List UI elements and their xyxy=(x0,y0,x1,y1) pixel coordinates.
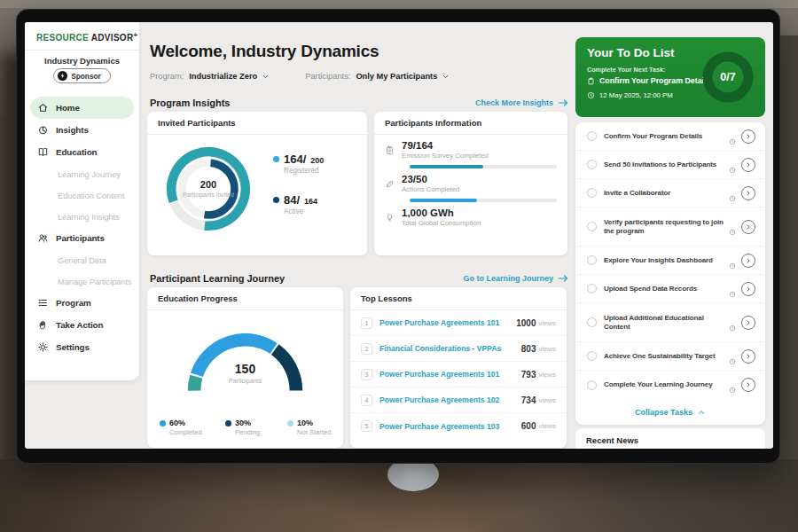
task-label: Verify participants requesting to join t… xyxy=(604,218,725,235)
task-label: Invite a Collaborator xyxy=(604,189,725,198)
task-checkbox[interactable] xyxy=(587,380,597,390)
logo-primary: RESOURCE xyxy=(36,33,89,43)
sidebar-item-program[interactable]: Program xyxy=(25,292,139,314)
program-filter-label: Program: xyxy=(150,72,184,81)
lesson-row: 4 Power Purchase Agreements 102 734 view… xyxy=(350,387,567,413)
lesson-title-link[interactable]: Power Purchase Agreements 102 xyxy=(379,395,521,404)
task-label: Send 50 Invitations to Participants xyxy=(604,160,725,169)
task-checkbox[interactable] xyxy=(587,188,597,198)
task-row[interactable]: Confirm Your Program Details xyxy=(577,122,763,151)
task-row[interactable]: Achieve One Sustainability Target xyxy=(577,342,763,371)
task-open-button[interactable] xyxy=(741,186,755,200)
legend-dot-completed xyxy=(160,420,166,426)
lesson-views: 600 xyxy=(521,421,536,431)
participants-dropdown[interactable]: Only My Participants xyxy=(356,72,450,81)
global-consumption-label: Total Global Consumption xyxy=(402,219,481,227)
lesson-views-suffix: views xyxy=(539,422,557,430)
task-label: Confirm Your Program Details xyxy=(604,132,725,141)
task-checkbox[interactable] xyxy=(587,160,597,169)
todo-hero-panel: Your To Do List Complete Your Next Task:… xyxy=(575,37,765,117)
sidebar-item-education-content[interactable]: Education Content xyxy=(25,184,139,206)
top-lessons-card: Top Lessons 1 Power Purchase Agreements … xyxy=(350,287,567,448)
task-row[interactable]: Upload Spend Data Records xyxy=(577,275,763,303)
lesson-title-link[interactable]: Financial Considerations - VPPAs xyxy=(379,344,521,353)
sidebar-item-label: Participants xyxy=(56,233,105,243)
task-row[interactable]: Send 50 Invitations to Participants xyxy=(577,151,763,179)
lesson-rank: 5 xyxy=(361,420,372,432)
app-logo: RESOURCE ADVISOR+ xyxy=(36,31,137,43)
logo-secondary: ADVISOR xyxy=(91,33,134,43)
task-checkbox[interactable] xyxy=(587,284,597,293)
sidebar-item-label: Learning Journey xyxy=(58,169,121,179)
lesson-row: 2 Financial Considerations - VPPAs 803 v… xyxy=(350,336,567,362)
task-open-button[interactable] xyxy=(741,220,755,234)
lesson-title-link[interactable]: Power Purchase Agreements 101 xyxy=(379,370,521,379)
task-open-button[interactable] xyxy=(741,349,755,364)
task-checkbox[interactable] xyxy=(587,317,597,327)
sidebar-item-participants[interactable]: Participants xyxy=(25,227,139,249)
sidebar-item-label: Program xyxy=(56,298,91,308)
program-dropdown[interactable]: Industrialize Zero xyxy=(189,72,270,81)
lesson-title-link[interactable]: Power Purchase Agreements 103 xyxy=(379,422,521,431)
top-lessons-card-title: Top Lessons xyxy=(350,287,567,310)
recent-news-title: Recent News xyxy=(586,435,755,449)
sidebar-item-take-action[interactable]: Take Action xyxy=(25,314,139,336)
participants-information-card-title: Participants Information xyxy=(374,112,567,135)
clipboard-icon xyxy=(587,77,595,85)
education-progress-card-title: Education Progress xyxy=(147,287,343,310)
sidebar-item-general-data[interactable]: General Data xyxy=(25,249,139,270)
stat-actions-completed: 23/50 Actions Completed xyxy=(385,174,459,193)
home-icon xyxy=(37,102,49,113)
education-book-icon xyxy=(37,146,49,158)
task-row[interactable]: Explore Your Insights Dashboard xyxy=(577,246,763,275)
task-checkbox[interactable] xyxy=(587,222,597,231)
lesson-views-suffix: views xyxy=(539,319,557,327)
task-open-button[interactable] xyxy=(741,129,755,144)
sidebar-item-manage-participants[interactable]: Manage Participants xyxy=(25,270,139,292)
task-checkbox[interactable] xyxy=(587,131,597,141)
clock-icon xyxy=(729,381,736,388)
participants-information-card: Participants Information 79/164 Emission… xyxy=(374,112,567,255)
invited-participants-card: Invited Participants 200 Participants In… xyxy=(147,112,367,255)
task-checkbox[interactable] xyxy=(587,351,597,361)
sidebar-item-label: Take Action xyxy=(56,320,103,330)
sidebar-item-learning-insights[interactable]: Learning Insights xyxy=(25,206,139,227)
task-checkbox[interactable] xyxy=(587,255,597,265)
legend-registered: 164/ 200 Registered xyxy=(273,153,362,175)
sidebar-item-education[interactable]: Education xyxy=(25,141,139,163)
sidebar-item-insights[interactable]: Insights xyxy=(25,119,139,141)
task-open-button[interactable] xyxy=(741,158,755,172)
actions-completed-value: 23/50 xyxy=(402,174,459,184)
lesson-rank: 4 xyxy=(361,395,372,406)
lesson-views: 1000 xyxy=(516,318,536,328)
go-to-learning-journey-link[interactable]: Go to Learning Journey xyxy=(463,274,568,283)
task-label: Achieve One Sustainability Target xyxy=(604,352,725,361)
task-row[interactable]: Verify participants requesting to join t… xyxy=(577,207,763,246)
legend-active: 84/ 164 Active xyxy=(273,193,362,215)
task-open-button[interactable] xyxy=(741,378,755,392)
filter-bar: Program: Industrialize Zero Participants… xyxy=(150,72,450,81)
collapse-tasks-link[interactable]: Collapse Tasks xyxy=(577,399,763,425)
leaf-icon xyxy=(385,176,395,186)
task-open-button[interactable] xyxy=(741,316,755,330)
sidebar-item-learning-journey[interactable]: Learning Journey xyxy=(25,163,139,184)
task-row[interactable]: Complete Your Learning Journey xyxy=(577,371,763,399)
sidebar-item-label: Settings xyxy=(56,342,90,352)
sidebar-item-home[interactable]: Home xyxy=(30,97,134,119)
task-open-button[interactable] xyxy=(741,282,755,296)
lesson-title-link[interactable]: Power Purchase Agreements 101 xyxy=(379,318,516,327)
task-open-button[interactable] xyxy=(741,254,755,268)
check-more-insights-link[interactable]: Check More Insights xyxy=(475,98,568,107)
task-label: Complete Your Learning Journey xyxy=(604,380,725,389)
sidebar-item-settings[interactable]: Settings xyxy=(25,336,139,358)
task-row[interactable]: Upload Additional Educational Content xyxy=(577,303,763,342)
page-title: Welcome, Industry Dynamics xyxy=(150,42,379,61)
lesson-views: 793 xyxy=(521,370,536,379)
global-consumption-value: 1,000 GWh xyxy=(402,207,481,218)
learning-journey-section-title: Participant Learning Journey xyxy=(150,273,285,284)
participants-filter-label: Participants: xyxy=(305,72,350,81)
registered-label: Registered xyxy=(284,167,362,175)
task-row[interactable]: Invite a Collaborator xyxy=(577,179,763,207)
lesson-rank: 3 xyxy=(361,369,372,380)
clock-icon xyxy=(587,91,595,99)
